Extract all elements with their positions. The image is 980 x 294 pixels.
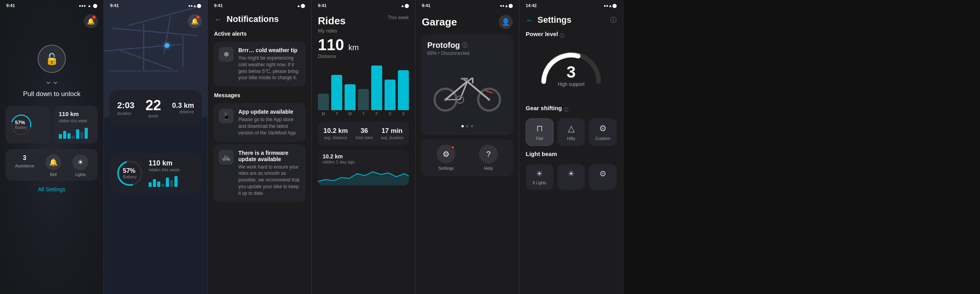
stats-strip: 10.2 km avg. distance 36 total rides 17 … [318, 122, 409, 145]
dot-2 [466, 125, 468, 127]
time-3: 9:41 [214, 3, 223, 8]
custom-label: Custom [595, 136, 610, 141]
power-gauge-svg: 3 [536, 46, 606, 85]
assistance-item[interactable]: 3 Assistance [15, 154, 34, 177]
lights-label: Lights [75, 172, 86, 177]
b1 [149, 182, 152, 187]
bell-item[interactable]: 🔔 Bell [45, 154, 61, 177]
battery-percent: 57% [15, 120, 27, 125]
msg-firmware[interactable]: 🚲 There is a firmware update available W… [213, 144, 306, 202]
lbl-m: M [318, 112, 329, 116]
status-icons-4: ▲⬤ [401, 4, 409, 8]
rides-header: Rides My rides This week [312, 9, 415, 36]
settings-info-icon[interactable]: ⓘ [610, 16, 617, 24]
svg-rect-12 [461, 78, 468, 80]
settings-btn[interactable]: ⚙ Settings [437, 145, 456, 171]
battery-card-2[interactable]: 57% Battery 110 km ridden this week [109, 153, 202, 193]
power-level-title: Power level [526, 31, 558, 37]
avg-dist-val: 10.2 km [323, 127, 348, 135]
mini-bars [59, 127, 93, 139]
msg-body-1: Please go to the App store and download … [238, 116, 300, 136]
lights-item[interactable]: ☀ Lights [73, 154, 88, 177]
notification-badge-1 [93, 16, 96, 19]
help-circle-icon[interactable]: ? [479, 145, 498, 163]
bell-icon: 🔔 [45, 154, 61, 170]
alert-cold-weather[interactable]: ❄ Brrr… cold weather tip You might be ex… [213, 42, 306, 87]
bar-4 [72, 136, 75, 139]
status-icons-2: ●●▲⬤ [188, 4, 201, 8]
notification-button-1[interactable]: 🔔 [84, 14, 98, 28]
help-btn[interactable]: ? Help [479, 145, 498, 171]
chart-bar-wed [345, 84, 356, 110]
my-rides-label: My rides [318, 28, 346, 34]
bar-2 [63, 131, 66, 139]
bike-icon: 🚲 [219, 150, 234, 165]
info-icon[interactable]: ⓘ [462, 42, 468, 49]
lbl-s2: S [398, 112, 409, 116]
light-icon-2: ☀ [568, 169, 575, 178]
status-bar-3: 9:41 ▲⬤ [208, 0, 311, 9]
pull-to-unlock-text: Pull down to unlock [23, 90, 80, 98]
svg-line-9 [467, 78, 473, 82]
duration-section: 2:03 duration [117, 100, 134, 116]
battery-card[interactable]: 57% Battery [5, 106, 50, 143]
status-bar-5: 9:41 ●●▲⬤ [416, 0, 519, 9]
garage-title: Garage [422, 16, 457, 28]
panel-riding: 9:41 ●●▲⬤ 🔔 2:03 duration 22 km/h 0.3 km… [104, 0, 208, 294]
back-button-3[interactable]: ← [214, 15, 222, 24]
bottom-icons-row: 3 Assistance 🔔 Bell ☀ Lights [5, 149, 98, 181]
avg-distance: 10.2 km avg. distance [323, 127, 348, 140]
stats-row: 57% Battery 110 km ridden this week [5, 106, 98, 143]
gear-shifting-title: Gear shifting [526, 105, 562, 111]
panel-notifications: 9:41 ▲⬤ ← Notifications Active alerts ❄ … [208, 0, 312, 294]
profile-icon[interactable]: 👤 [499, 15, 513, 29]
km-card[interactable]: 110 km ridden this week [53, 106, 98, 143]
chart-bar-tue [331, 75, 342, 110]
notifications-title: Notifications [227, 14, 279, 24]
avg-dur-lbl: avg. duration [381, 136, 403, 140]
all-settings-link[interactable]: All Settings [0, 186, 103, 192]
duration-label: duration [117, 111, 134, 116]
help-label: Help [484, 166, 493, 171]
lbl-f: F [371, 112, 382, 116]
notification-button-2[interactable]: 🔔 [188, 14, 202, 28]
gear-custom[interactable]: ⚙ Custom [589, 118, 617, 146]
light-opt-3[interactable]: ⚙ [589, 164, 617, 190]
km-sub-2: ridden this week [149, 167, 180, 172]
gear-hilly[interactable]: △ Hilly [557, 118, 585, 146]
messages-label: Messages [208, 89, 311, 101]
bell-label: Bell [50, 172, 57, 177]
light-opt-1[interactable]: ☀ 9 Lights [526, 164, 554, 190]
lbl-w: W [345, 112, 356, 116]
total-rides-val: 36 [356, 127, 373, 135]
alert-body: You might be experiencing cold weather r… [238, 55, 300, 81]
gear-info-icon[interactable]: ⓘ [564, 107, 568, 113]
status-icons-3: ▲⬤ [297, 4, 305, 8]
mini-bars-2 [149, 175, 180, 187]
battery-label: Battery [15, 125, 27, 130]
bike-status: 68% • Disconnected [427, 51, 507, 56]
distance-label: Distance [318, 54, 409, 59]
red-dot-badge [451, 145, 455, 149]
back-button-6[interactable]: ← [526, 16, 534, 25]
power-section: Power level ⓘ 3 High support [519, 28, 623, 92]
avg-dur-val: 17 min [381, 127, 403, 135]
gear-flat[interactable]: ⊓ Flat [526, 118, 554, 146]
bike-svg [427, 65, 507, 116]
light-opt-2[interactable]: ☀ [557, 164, 585, 190]
hilly-label: Hilly [567, 136, 575, 141]
speed-card: 2:03 duration 22 km/h 0.3 km distance [109, 90, 202, 125]
msg-app-update[interactable]: 📱 App update available Please go to the … [213, 103, 306, 142]
lock-icon: 🔓 [38, 45, 66, 73]
bike-name-row: Protofog ⓘ [427, 41, 507, 50]
power-info-icon[interactable]: ⓘ [560, 33, 564, 39]
lbl-t2: T [358, 112, 369, 116]
light-beam-title: Light beam [526, 151, 557, 157]
light-section: Light beam ☀ 9 Lights ☀ ⚙ [519, 146, 623, 190]
speed-value: 22 [145, 97, 161, 114]
gear-options: ⊓ Flat △ Hilly ⚙ Custom [526, 118, 617, 146]
status-bar-4: 9:41 ▲⬤ [312, 0, 415, 9]
settings-circle-icon[interactable]: ⚙ [437, 145, 456, 163]
gauge-container: 3 High support [526, 41, 617, 92]
battery-circle: 57% Battery [11, 114, 31, 135]
